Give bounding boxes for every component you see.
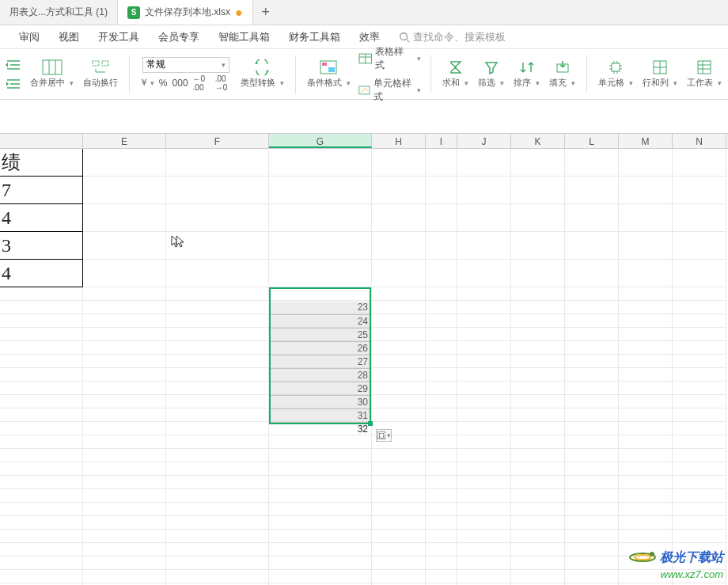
cell[interactable] bbox=[0, 476, 83, 489]
cell[interactable] bbox=[457, 177, 511, 204]
cell[interactable] bbox=[457, 462, 511, 476]
cell[interactable] bbox=[0, 287, 83, 301]
cell[interactable] bbox=[426, 530, 457, 543]
cell[interactable] bbox=[511, 516, 565, 530]
cell[interactable] bbox=[0, 395, 83, 408]
cell[interactable] bbox=[619, 328, 673, 341]
cell[interactable] bbox=[372, 503, 426, 516]
cell[interactable]: 23 bbox=[269, 301, 372, 314]
cell[interactable] bbox=[166, 543, 269, 557]
cell[interactable] bbox=[269, 435, 372, 449]
cell[interactable] bbox=[565, 530, 619, 543]
cell[interactable] bbox=[511, 149, 565, 177]
cell[interactable] bbox=[372, 395, 426, 408]
cell[interactable] bbox=[0, 570, 83, 583]
cell[interactable] bbox=[0, 557, 83, 570]
cell[interactable] bbox=[511, 287, 565, 301]
cell[interactable] bbox=[372, 462, 426, 476]
cell[interactable] bbox=[673, 476, 726, 489]
cell[interactable] bbox=[619, 462, 673, 476]
cell[interactable] bbox=[166, 408, 269, 422]
cell[interactable] bbox=[511, 368, 565, 382]
cell[interactable] bbox=[372, 328, 426, 341]
decrease-decimal-button[interactable]: .00 →0 bbox=[215, 74, 233, 92]
cell[interactable] bbox=[673, 530, 726, 543]
cell[interactable] bbox=[372, 368, 426, 382]
cell[interactable] bbox=[166, 149, 269, 177]
cell[interactable] bbox=[619, 476, 673, 489]
cell[interactable] bbox=[83, 368, 166, 382]
cell[interactable] bbox=[457, 301, 511, 314]
cell[interactable] bbox=[457, 543, 511, 557]
cell[interactable] bbox=[372, 382, 426, 395]
cell[interactable] bbox=[619, 260, 673, 287]
tab-add-button[interactable]: + bbox=[253, 0, 279, 25]
cell[interactable] bbox=[269, 177, 372, 204]
cell[interactable] bbox=[673, 177, 726, 204]
cell[interactable] bbox=[83, 177, 166, 204]
increase-decimal-button[interactable]: ←0 .00 bbox=[193, 74, 210, 92]
cell[interactable] bbox=[565, 503, 619, 516]
cell[interactable] bbox=[0, 368, 83, 382]
cell[interactable] bbox=[372, 260, 426, 287]
cell[interactable] bbox=[426, 489, 457, 503]
cell[interactable] bbox=[0, 462, 83, 476]
cell[interactable] bbox=[426, 516, 457, 530]
cell[interactable] bbox=[0, 408, 83, 422]
cell[interactable] bbox=[166, 449, 269, 462]
wrap-text-button[interactable]: 自动换行 bbox=[82, 59, 119, 89]
fill-button[interactable]: 填充▾ bbox=[548, 59, 577, 89]
cell[interactable] bbox=[457, 204, 511, 232]
cell[interactable] bbox=[166, 476, 269, 489]
cell[interactable] bbox=[457, 570, 511, 583]
cell[interactable] bbox=[619, 314, 673, 328]
column-header[interactable]: J bbox=[457, 134, 511, 148]
cell[interactable] bbox=[426, 355, 457, 368]
cell[interactable] bbox=[269, 204, 372, 232]
cell[interactable] bbox=[619, 287, 673, 301]
cell[interactable] bbox=[619, 149, 673, 177]
cell[interactable] bbox=[0, 314, 83, 328]
cell[interactable] bbox=[372, 543, 426, 557]
cell[interactable] bbox=[166, 314, 269, 328]
cell[interactable] bbox=[457, 260, 511, 287]
cell[interactable] bbox=[0, 489, 83, 503]
cell[interactable] bbox=[565, 557, 619, 570]
cell[interactable] bbox=[511, 382, 565, 395]
cell[interactable] bbox=[511, 395, 565, 408]
command-search[interactable]: 查找命令、搜索模板 bbox=[399, 30, 506, 44]
cell[interactable] bbox=[619, 435, 673, 449]
cell[interactable] bbox=[619, 341, 673, 355]
cell[interactable] bbox=[511, 530, 565, 543]
cell[interactable] bbox=[372, 149, 426, 177]
cell[interactable] bbox=[83, 149, 166, 177]
cell[interactable]: 25 bbox=[269, 328, 372, 341]
cell[interactable] bbox=[166, 462, 269, 476]
cell[interactable] bbox=[426, 462, 457, 476]
cell[interactable] bbox=[673, 355, 726, 368]
merge-center-button[interactable]: 合并居中▾ bbox=[28, 59, 75, 89]
column-header[interactable]: E bbox=[83, 134, 166, 148]
number-format-select[interactable]: 常规 ▾ bbox=[142, 57, 229, 73]
cell[interactable] bbox=[166, 489, 269, 503]
cell[interactable] bbox=[565, 395, 619, 408]
cell[interactable] bbox=[673, 382, 726, 395]
cell[interactable] bbox=[619, 408, 673, 422]
filter-button[interactable]: 筛选▾ bbox=[476, 59, 506, 89]
cell[interactable] bbox=[269, 489, 372, 503]
cell[interactable] bbox=[457, 232, 511, 260]
cell[interactable] bbox=[269, 543, 372, 557]
worksheet-button[interactable]: 工作表▾ bbox=[685, 59, 723, 89]
cell[interactable] bbox=[673, 328, 726, 341]
cell[interactable] bbox=[0, 355, 83, 368]
cell[interactable] bbox=[166, 570, 269, 583]
menu-smarttools[interactable]: 智能工具箱 bbox=[218, 30, 270, 44]
cell[interactable] bbox=[457, 149, 511, 177]
cell[interactable] bbox=[457, 557, 511, 570]
cell[interactable]: 30 bbox=[269, 395, 372, 408]
cell-style-button[interactable]: 单元格样式▾ bbox=[358, 77, 421, 104]
cell[interactable] bbox=[673, 422, 726, 435]
cell[interactable] bbox=[511, 328, 565, 341]
column-header[interactable]: G bbox=[269, 134, 372, 148]
cell[interactable] bbox=[0, 382, 83, 395]
